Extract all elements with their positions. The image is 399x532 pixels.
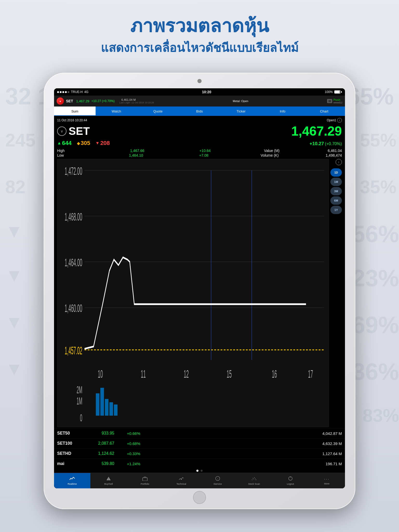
push-button[interactable]: ✉ Push wwwd12: [327, 98, 342, 104]
svg-point-29: [181, 479, 182, 480]
top-bar: ● SET 1,467.29 +10.27 (+0.70%) 6,461.04 …: [54, 96, 345, 107]
set-display-left: ∨ SET: [57, 125, 90, 137]
sethd-volume: 1,127.64 M: [140, 451, 342, 456]
period-3m-button[interactable]: 3M: [330, 187, 342, 195]
svg-text:1,468.00: 1,468.00: [65, 210, 82, 223]
index-row-mai: mai 539.80 +1.24% 196.71 M: [54, 458, 345, 469]
nav-buysell[interactable]: Buy/Sell: [90, 473, 127, 488]
index-row-sethd: SETHD 1,124.62 +0.33% 1,127.64 M: [54, 448, 345, 458]
period-1y-button[interactable]: 1Y: [330, 206, 342, 214]
tab-quote[interactable]: Quote: [137, 107, 179, 116]
svg-text:1,464.00: 1,464.00: [65, 256, 82, 269]
buysell-label: Buy/Sell: [104, 483, 113, 485]
tab-sum[interactable]: Sum: [54, 107, 96, 116]
battery-pct: 100%: [325, 90, 333, 94]
svg-text:10: 10: [98, 368, 103, 380]
nav-technical[interactable]: Technical: [163, 473, 200, 488]
tab-bids[interactable]: Bids: [179, 107, 220, 116]
iservice-icon: i: [215, 476, 221, 482]
header-title: ภาพรวมตลาดหุ้น: [0, 16, 399, 36]
signal-dot-5: [68, 91, 69, 93]
status-bar: TRUE-H 4G 10:20 100%: [54, 88, 345, 96]
down-count: 208: [100, 140, 110, 147]
content-datetime: 11 Oct 2016 10:20:44: [57, 118, 87, 122]
push-user: wwwd12: [333, 101, 342, 104]
ipad-home-button[interactable]: [193, 491, 206, 504]
index-row-set100: SET100 2,087.67 +0.68% 4,632.39 M: [54, 438, 345, 448]
mai-price: 539.80: [83, 461, 114, 466]
svg-rect-20: [105, 399, 109, 416]
nav-tabs: Sum Watch Quote Bids Ticker Info Chart: [54, 107, 345, 116]
mai-volume: 196.71 M: [140, 462, 342, 466]
nav-realtime[interactable]: Realtime: [54, 473, 90, 488]
logout-icon: [288, 476, 293, 482]
tab-chart[interactable]: Chart: [303, 107, 345, 116]
set-price-change: +10.27 (+0.70%): [91, 99, 115, 103]
network-label: 4G: [84, 90, 88, 94]
price-chart: 1,472.00 1,468.00 1,464.00 1,460.00 1,45…: [57, 159, 329, 427]
svg-text:i: i: [217, 477, 218, 480]
status-left: TRUE-H 4G: [57, 90, 88, 94]
svg-text:12: 12: [184, 368, 189, 380]
period-1d-button[interactable]: 1D: [330, 168, 342, 177]
iservice-label: iService: [214, 483, 222, 485]
set50-volume: 4,042.87 M: [140, 431, 342, 436]
up-count: 644: [62, 140, 72, 147]
buysell-icon: [106, 476, 111, 482]
signal-dot-1: [57, 91, 59, 93]
sethd-price: 1,124.62: [83, 451, 114, 456]
price-change-pct: (+0.70%): [325, 142, 342, 146]
more-icon: ···: [324, 476, 329, 482]
content-header: 11 Oct 2016 10:20:44 Open1 i: [57, 118, 342, 123]
set100-name: SET100: [57, 441, 83, 446]
battery-icon: [334, 90, 342, 94]
info-circle-icon[interactable]: i: [337, 118, 342, 123]
portfolio-label: Portfolio: [141, 483, 149, 485]
svg-rect-18: [96, 393, 99, 416]
set50-price: 933.95: [83, 431, 114, 436]
svg-rect-22: [114, 404, 118, 416]
chart-info-button[interactable]: i: [336, 159, 342, 165]
tab-info[interactable]: Info: [262, 107, 303, 116]
set-display-name: SET: [69, 125, 90, 137]
svg-rect-28: [143, 478, 147, 481]
sethd-name: SETHD: [57, 451, 83, 456]
nav-logout[interactable]: Logout: [272, 473, 309, 488]
chevron-down-icon[interactable]: ∨: [57, 127, 66, 136]
stats-row-high: High 1,467.66 +10.64 Value (M) 6,461.04: [57, 149, 342, 153]
technical-icon: [178, 476, 184, 482]
chart-container: 1,472.00 1,468.00 1,464.00 1,460.00 1,45…: [57, 159, 342, 427]
svg-text:1,460.00: 1,460.00: [65, 302, 82, 314]
realtime-icon: [69, 476, 75, 482]
header-subtitle: แสดงการเคลื่อนไหวดัชนีแบบเรียลไทม์: [0, 38, 399, 57]
mai-change: +1.24%: [114, 462, 140, 466]
status-right: 100%: [325, 90, 342, 94]
open-info: Open1 i: [327, 118, 342, 123]
svg-text:1,472.00: 1,472.00: [65, 165, 82, 177]
set-volume: 6,461.04 M: [121, 98, 136, 101]
tab-watch[interactable]: Watch: [96, 107, 137, 116]
envelope-icon: ✉: [327, 99, 332, 103]
chart-period-buttons: i 1D 1M 3M 6M 1Y: [330, 159, 342, 427]
value: 6,461.04: [328, 149, 342, 153]
carrier-label: TRUE-H: [71, 90, 83, 94]
chart-svg: 1,472.00 1,468.00 1,464.00 1,460.00 1,45…: [57, 159, 329, 427]
ipad-screen: TRUE-H 4G 10:20 100% ● SET 1,46: [54, 88, 345, 488]
nav-stockscan[interactable]: Stock Scan: [236, 473, 272, 488]
low-label: Low: [57, 153, 73, 157]
period-6m-button[interactable]: 6M: [330, 196, 342, 205]
volume-label: Volume (K): [261, 153, 278, 157]
period-1m-button[interactable]: 1M: [330, 178, 342, 186]
stockscan-label: Stock Scan: [248, 483, 260, 485]
nav-more[interactable]: ··· More: [309, 473, 345, 488]
signal-dot-4: [65, 91, 67, 93]
main-content: 11 Oct 2016 10:20:44 Open1 i ∨ SET 1,467…: [54, 116, 345, 428]
price-change: +10.27: [309, 141, 324, 146]
time-display: 10:20: [202, 90, 211, 94]
nav-portfolio[interactable]: Portfolio: [127, 473, 163, 488]
tab-ticker[interactable]: Ticker: [220, 107, 262, 116]
index-rows: SET50 933.95 +0.66% 4,042.87 M SET100 2,…: [54, 428, 345, 469]
nav-iservice[interactable]: i iService: [200, 473, 236, 488]
signal-dot-3: [62, 91, 64, 93]
market-status: Metal :Open: [233, 99, 248, 103]
